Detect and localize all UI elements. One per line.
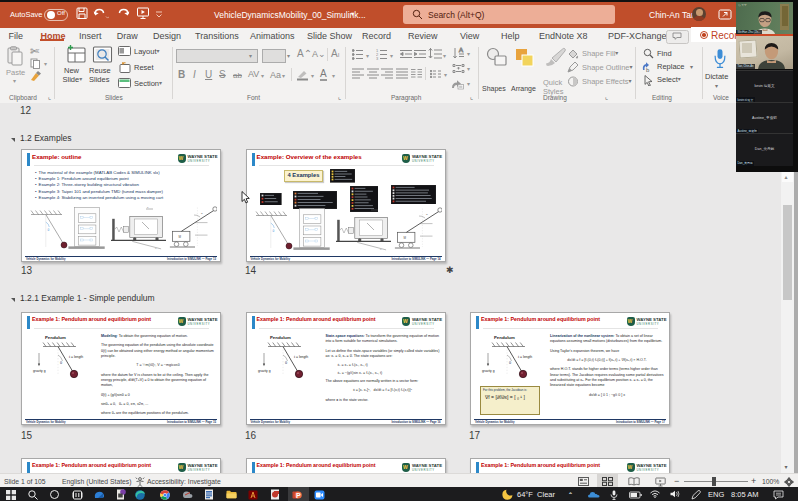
svg-text:θ: θ (509, 361, 511, 365)
svg-text:3: 3 (376, 56, 379, 60)
svg-text:Pendulum: Pendulum (494, 335, 515, 340)
svg-text:θ: θ (60, 361, 62, 365)
svg-text:φ: φ (426, 213, 428, 216)
svg-text:θ: θ (48, 228, 50, 232)
svg-text:gravity g: gravity g (33, 369, 46, 373)
svg-text:θ: θ (272, 229, 274, 233)
svg-text:ℓ = length: ℓ = length (294, 355, 308, 359)
svg-text:A: A (459, 47, 463, 53)
svg-text:gravity g: gravity g (482, 369, 495, 373)
svg-text:gravity g: gravity g (258, 369, 271, 373)
svg-text:ℓ = length: ℓ = length (69, 355, 83, 359)
svg-text:P: P (296, 491, 301, 498)
svg-text:F: F (372, 207, 374, 210)
svg-text:F: F (147, 206, 149, 209)
svg-text:b: b (646, 67, 650, 73)
svg-text:ℓ = length: ℓ = length (518, 355, 532, 359)
svg-text:Pendulum: Pendulum (270, 335, 291, 340)
svg-text:Pendulum: Pendulum (45, 335, 66, 340)
svg-text:φ: φ (201, 212, 203, 215)
svg-text:θ: θ (285, 361, 287, 365)
